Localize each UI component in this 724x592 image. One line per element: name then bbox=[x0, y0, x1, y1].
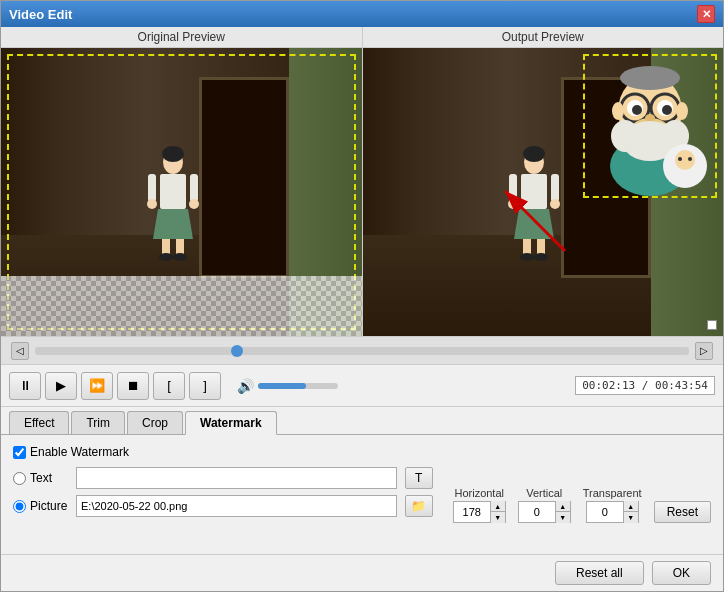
original-scene bbox=[1, 48, 362, 336]
svg-point-21 bbox=[550, 199, 560, 209]
timeline-thumb[interactable] bbox=[231, 345, 243, 357]
title-bar: Video Edit ✕ bbox=[1, 1, 723, 27]
close-button[interactable]: ✕ bbox=[697, 5, 715, 23]
watermark-resize-handle[interactable] bbox=[707, 320, 717, 330]
window-title: Video Edit bbox=[9, 7, 72, 22]
text-radio[interactable] bbox=[13, 472, 26, 485]
step-forward-button[interactable]: ⏩ bbox=[81, 372, 113, 400]
reset-all-button[interactable]: Reset all bbox=[555, 561, 644, 585]
picture-option-row: Picture 📁 bbox=[13, 495, 433, 517]
svg-point-40 bbox=[675, 150, 695, 170]
svg-rect-7 bbox=[148, 174, 156, 202]
reset-button[interactable]: Reset bbox=[654, 501, 711, 523]
svg-point-34 bbox=[611, 120, 639, 152]
timeline-track[interactable] bbox=[35, 347, 689, 355]
svg-point-17 bbox=[534, 253, 548, 261]
horizontal-label: Horizontal bbox=[454, 487, 504, 499]
output-preview-content bbox=[363, 48, 724, 336]
play-icon: ▶ bbox=[56, 378, 66, 393]
svg-rect-8 bbox=[190, 174, 198, 202]
text-radio-label[interactable]: Text bbox=[13, 471, 68, 485]
svg-rect-2 bbox=[160, 174, 186, 209]
text-option-row: Text T bbox=[13, 467, 433, 489]
svg-point-16 bbox=[520, 253, 534, 261]
svg-point-43 bbox=[678, 157, 682, 161]
watermark-panel: Enable Watermark Text T bbox=[1, 435, 723, 554]
time-display: 00:02:13 / 00:43:54 bbox=[575, 376, 715, 395]
vertical-up-btn[interactable]: ▲ bbox=[556, 501, 570, 512]
text-format-button[interactable]: T bbox=[405, 467, 433, 489]
output-preview-label: Output Preview bbox=[363, 27, 724, 48]
picture-radio-label[interactable]: Picture bbox=[13, 499, 68, 513]
transparent-label: Transparent bbox=[583, 487, 642, 499]
picture-label: Picture bbox=[30, 499, 67, 513]
vertical-spin-btns: ▲ ▼ bbox=[555, 501, 570, 523]
enable-watermark-label: Enable Watermark bbox=[30, 445, 129, 459]
mark-out-button[interactable]: ] bbox=[189, 372, 221, 400]
pause-icon: ⏸ bbox=[19, 378, 32, 393]
folder-icon: 📁 bbox=[411, 499, 426, 513]
play-button[interactable]: ▶ bbox=[45, 372, 77, 400]
horizontal-value[interactable] bbox=[454, 502, 490, 522]
volume-slider[interactable] bbox=[258, 383, 338, 389]
horizontal-up-btn[interactable]: ▲ bbox=[491, 501, 505, 512]
transparent-down-btn[interactable]: ▼ bbox=[624, 512, 638, 523]
original-preview-label: Original Preview bbox=[1, 27, 362, 48]
svg-point-38 bbox=[620, 66, 680, 90]
svg-point-12 bbox=[523, 146, 545, 162]
browse-folder-button[interactable]: 📁 bbox=[405, 495, 433, 517]
picture-path-field[interactable] bbox=[76, 495, 397, 517]
tab-effect[interactable]: Effect bbox=[9, 411, 69, 434]
video-edit-window: Video Edit ✕ Original Preview bbox=[0, 0, 724, 592]
svg-point-36 bbox=[612, 102, 624, 120]
transparent-value[interactable] bbox=[587, 502, 623, 522]
horizontal-prop: Horizontal ▲ ▼ bbox=[453, 487, 506, 523]
output-scene bbox=[363, 48, 724, 336]
transport-controls: ⏸ ▶ ⏩ ⏹ [ ] 🔊 00:02:13 / 00:43:54 bbox=[1, 365, 723, 407]
svg-rect-13 bbox=[521, 174, 547, 209]
stop-button[interactable]: ⏹ bbox=[117, 372, 149, 400]
horizontal-spin-btns: ▲ ▼ bbox=[490, 501, 505, 523]
svg-point-29 bbox=[632, 105, 642, 115]
svg-rect-18 bbox=[509, 174, 517, 202]
text-format-icon: T bbox=[415, 471, 422, 485]
timeline-area: ◁ ▷ bbox=[1, 337, 723, 365]
enable-watermark-checkbox-label[interactable]: Enable Watermark bbox=[13, 445, 129, 459]
horizontal-spinner: ▲ ▼ bbox=[453, 501, 506, 523]
vertical-value[interactable] bbox=[519, 502, 555, 522]
picture-radio[interactable] bbox=[13, 500, 26, 513]
door-frame bbox=[199, 77, 289, 279]
vertical-label: Vertical bbox=[526, 487, 562, 499]
svg-point-37 bbox=[676, 102, 688, 120]
pause-button[interactable]: ⏸ bbox=[9, 372, 41, 400]
tab-trim[interactable]: Trim bbox=[71, 411, 125, 434]
volume-area: 🔊 bbox=[237, 378, 338, 394]
svg-point-10 bbox=[189, 199, 199, 209]
enable-watermark-row: Enable Watermark bbox=[13, 445, 711, 459]
timeline-right-btn[interactable]: ▷ bbox=[695, 342, 713, 360]
transparent-spinner: ▲ ▼ bbox=[586, 501, 639, 523]
transparent-up-btn[interactable]: ▲ bbox=[624, 501, 638, 512]
ok-button[interactable]: OK bbox=[652, 561, 711, 585]
original-preview-panel: Original Preview bbox=[1, 27, 362, 336]
mark-in-button[interactable]: [ bbox=[153, 372, 185, 400]
transparent-spin-btns: ▲ ▼ bbox=[623, 501, 638, 523]
text-label: Text bbox=[30, 471, 52, 485]
watermark-props: Horizontal ▲ ▼ Vertical ▲ bbox=[453, 467, 711, 523]
output-preview-panel: Output Preview bbox=[363, 27, 724, 336]
timeline-left-btn[interactable]: ◁ bbox=[11, 342, 29, 360]
character-figure bbox=[138, 144, 208, 264]
enable-watermark-checkbox[interactable] bbox=[13, 446, 26, 459]
svg-point-9 bbox=[147, 199, 157, 209]
tab-watermark[interactable]: Watermark bbox=[185, 411, 277, 435]
svg-rect-19 bbox=[551, 174, 559, 202]
text-input-field[interactable] bbox=[76, 467, 397, 489]
preview-area: Original Preview bbox=[1, 27, 723, 337]
vertical-down-btn[interactable]: ▼ bbox=[556, 512, 570, 523]
horizontal-down-btn[interactable]: ▼ bbox=[491, 512, 505, 523]
volume-fill bbox=[258, 383, 306, 389]
svg-point-5 bbox=[159, 253, 173, 261]
transparent-prop: Transparent ▲ ▼ bbox=[583, 487, 642, 523]
transparency-checker bbox=[1, 276, 362, 336]
tab-crop[interactable]: Crop bbox=[127, 411, 183, 434]
